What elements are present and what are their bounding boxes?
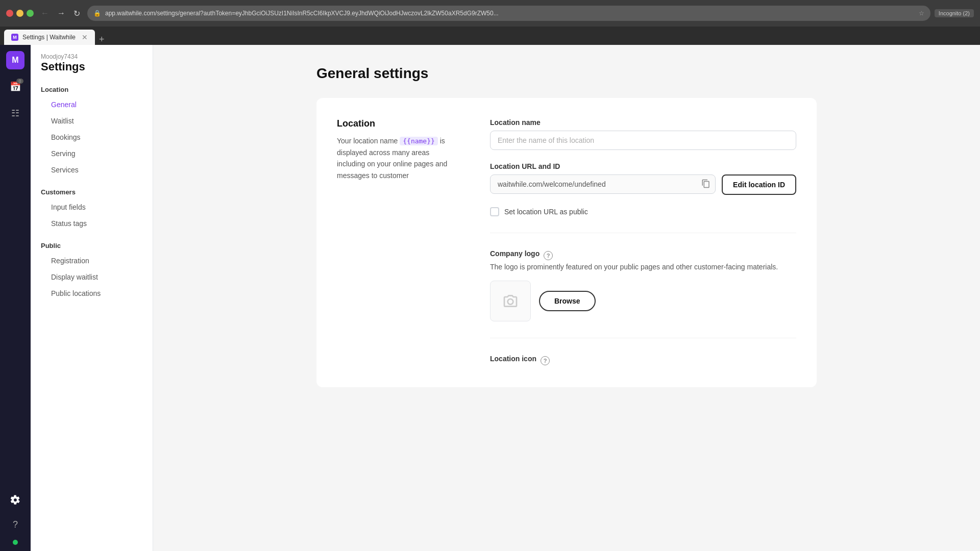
location-icon-label-row: Location icon ?: [490, 355, 796, 367]
sidebar-item-registration[interactable]: Registration: [41, 253, 142, 269]
location-icon-section: Location icon ?: [490, 355, 796, 367]
scroll-hint: [316, 399, 817, 420]
lock-icon: 🔒: [93, 10, 101, 17]
sidebar-section-customers-label: Customers: [41, 188, 142, 196]
sidebar-section-public: Public Registration Display waitlist Pub…: [31, 234, 153, 304]
url-input[interactable]: [490, 174, 716, 194]
sidebar-section-public-label: Public: [41, 242, 142, 249]
reload-btn[interactable]: ↻: [70, 7, 83, 20]
url-input-wrap: [490, 174, 716, 195]
location-icon-help-icon[interactable]: ?: [541, 356, 550, 365]
url-text: app.waitwhile.com/settings/general?authT…: [105, 10, 915, 17]
location-name-input[interactable]: [490, 131, 796, 150]
divider-logo: [490, 233, 796, 233]
set-public-row: Set location URL as public: [490, 207, 796, 216]
divider-icon: [490, 338, 796, 338]
icon-rail: M 📅 0 ☷ ?: [0, 45, 31, 551]
logo-placeholder: [490, 281, 531, 321]
bookmark-icon: ☆: [919, 10, 924, 17]
sidebar-item-public-locations[interactable]: Public locations: [41, 285, 142, 302]
company-logo-label: Company logo: [490, 249, 540, 258]
company-logo-help-icon[interactable]: ?: [544, 251, 553, 260]
browser-max-btn[interactable]: [27, 10, 34, 17]
tab-title: Settings | Waitwhile: [22, 34, 76, 41]
online-indicator: [13, 540, 18, 545]
browser-min-btn[interactable]: [16, 10, 23, 17]
sidebar-item-display-waitlist[interactable]: Display waitlist: [41, 269, 142, 285]
main-content: General settings Location Your location …: [153, 45, 980, 551]
settings-card-location: Location Your location name {{name}} is …: [316, 98, 817, 387]
company-logo-section: Company logo ? The logo is prominently f…: [490, 249, 796, 321]
sidebar-item-general[interactable]: General: [41, 96, 142, 113]
new-tab-btn[interactable]: +: [95, 34, 109, 45]
location-name-group: Location name: [490, 118, 796, 150]
sidebar: Moodjoy7434 Settings Location General Wa…: [31, 45, 153, 551]
sidebar-item-status-tags[interactable]: Status tags: [41, 215, 142, 232]
template-tag: {{name}}: [400, 137, 438, 145]
url-copy-btn[interactable]: [701, 179, 710, 190]
sidebar-item-waitlist[interactable]: Waitlist: [41, 113, 142, 129]
set-public-checkbox[interactable]: [490, 207, 499, 216]
sidebar-item-serving[interactable]: Serving: [41, 145, 142, 162]
location-section-title: Location: [337, 118, 459, 129]
location-url-label: Location URL and ID: [490, 162, 796, 170]
url-row: Edit location ID: [490, 174, 796, 195]
location-name-label: Location name: [490, 118, 796, 127]
sidebar-section-customers: Customers Input fields Status tags: [31, 180, 153, 234]
browser-close-btn[interactable]: [6, 10, 13, 17]
gear-icon[interactable]: [6, 491, 24, 509]
calendar-icon[interactable]: 📅 0: [6, 78, 24, 96]
tab-close-btn[interactable]: ✕: [82, 33, 88, 41]
location-url-group: Location URL and ID Edit location ID: [490, 162, 796, 195]
sidebar-username: Moodjoy7434: [41, 53, 142, 60]
edit-location-id-btn[interactable]: Edit location ID: [722, 174, 796, 195]
avatar[interactable]: M: [6, 51, 24, 69]
sidebar-item-bookings[interactable]: Bookings: [41, 129, 142, 145]
company-logo-desc: The logo is prominently featured on your…: [490, 262, 796, 272]
sidebar-section-location: Location General Waitlist Bookings Servi…: [31, 78, 153, 180]
location-section-right: Location name Location URL and ID: [490, 118, 796, 367]
sidebar-item-services[interactable]: Services: [41, 162, 142, 178]
back-btn[interactable]: ←: [38, 7, 52, 20]
location-section-left: Location Your location name {{name}} is …: [337, 118, 459, 367]
address-bar[interactable]: 🔒 app.waitwhile.com/settings/general?aut…: [87, 6, 930, 21]
location-icon-label: Location icon: [490, 355, 536, 363]
location-section-desc: Your location name {{name}} is displayed…: [337, 135, 459, 181]
tab-favicon: M: [11, 34, 18, 41]
browse-btn[interactable]: Browse: [539, 291, 596, 311]
chart-icon[interactable]: ☷: [6, 104, 24, 122]
sidebar-title: Settings: [41, 60, 142, 73]
help-icon[interactable]: ?: [6, 515, 24, 534]
set-public-label: Set location URL as public: [504, 208, 588, 216]
logo-upload-row: Browse: [490, 281, 796, 321]
sidebar-section-location-label: Location: [41, 86, 142, 93]
location-section-row: Location Your location name {{name}} is …: [337, 118, 796, 367]
incognito-badge: Incognito (2): [935, 9, 974, 17]
page-title: General settings: [316, 65, 817, 82]
forward-btn[interactable]: →: [54, 7, 68, 20]
sidebar-item-input-fields[interactable]: Input fields: [41, 199, 142, 215]
browser-tab[interactable]: M Settings | Waitwhile ✕: [4, 30, 95, 45]
company-logo-label-row: Company logo ?: [490, 249, 796, 262]
